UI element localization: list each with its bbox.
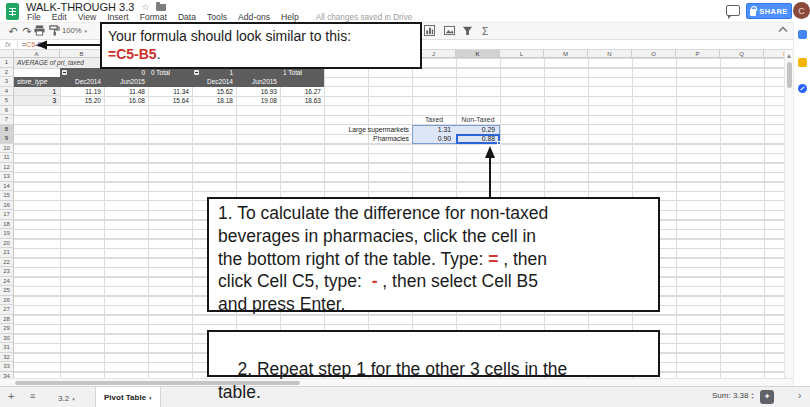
move-folder-icon[interactable] — [156, 4, 166, 11]
pivot-value-cell[interactable]: 16.93 — [239, 87, 277, 97]
row-header-27[interactable]: 27 — [0, 305, 14, 315]
row-header-6[interactable]: 6 — [0, 106, 14, 116]
active-cell-border[interactable] — [456, 134, 500, 145]
menu-data[interactable]: Data — [178, 12, 196, 22]
row-header-3[interactable]: 3 — [0, 77, 14, 87]
pivot-value-cell[interactable]: 15.20 — [63, 96, 101, 106]
row-header-18[interactable]: 18 — [0, 220, 14, 230]
share-button[interactable]: SHARE — [746, 3, 792, 19]
row-header-31[interactable]: 31 — [0, 343, 14, 353]
pivot-value-cell[interactable]: 11.48 — [107, 87, 145, 97]
menu-insert[interactable]: Insert — [107, 12, 129, 22]
sum-indicator[interactable]: Sum: 3.38 ▴▾ — [712, 391, 753, 400]
all-sheets-icon[interactable]: ≡ — [30, 391, 35, 401]
row-header-20[interactable]: 20 — [0, 239, 14, 249]
row-header-1[interactable]: 1 — [0, 58, 14, 68]
menu-edit[interactable]: Edit — [52, 12, 67, 22]
diff-value-cell[interactable]: 0.90 — [414, 134, 451, 144]
sheet-tab-pivot-table[interactable]: Pivot Table▾ — [95, 387, 161, 407]
column-header-A[interactable]: A — [14, 50, 60, 58]
explore-button[interactable]: ✦ — [760, 390, 774, 404]
avatar[interactable]: C — [793, 2, 810, 19]
row-header-29[interactable]: 29 — [0, 324, 14, 334]
calendar-icon[interactable] — [798, 30, 807, 39]
row-header-28[interactable]: 28 — [0, 315, 14, 325]
column-header-P[interactable]: P — [676, 50, 720, 58]
column-header-O[interactable]: O — [632, 50, 676, 58]
tasks-icon[interactable] — [798, 84, 807, 93]
panel-chevron-icon[interactable]: › — [798, 390, 801, 401]
menu-help[interactable]: Help — [281, 12, 299, 22]
column-header-K[interactable]: K — [456, 50, 500, 58]
row-header-16[interactable]: 16 — [0, 201, 14, 211]
zoom-select[interactable]: 100% ▾ — [62, 26, 87, 35]
column-header-L[interactable]: L — [500, 50, 544, 58]
row-header-14[interactable]: 14 — [0, 182, 14, 192]
undo-icon[interactable]: ↶ — [6, 25, 20, 38]
row-header-25[interactable]: 25 — [0, 286, 14, 296]
row-header-13[interactable]: 13 — [0, 172, 14, 182]
menu-tools[interactable]: Tools — [207, 12, 227, 22]
row-header-23[interactable]: 23 — [0, 267, 14, 277]
pivot-rowkey-cell[interactable]: 1 — [14, 87, 60, 97]
row-header-17[interactable]: 17 — [0, 210, 14, 220]
insert-image-icon[interactable] — [444, 25, 458, 38]
pivot-value-cell[interactable]: 16.08 — [107, 96, 145, 106]
menu-format[interactable]: Format — [140, 12, 167, 22]
comments-icon[interactable] — [726, 5, 740, 16]
pivot-value-cell[interactable]: 19.08 — [239, 96, 277, 106]
row-header-15[interactable]: 15 — [0, 191, 14, 201]
vertical-scrollbar[interactable] — [784, 50, 793, 379]
toolbar-collapse-icon[interactable] — [778, 26, 788, 33]
row-header-32[interactable]: 32 — [0, 353, 14, 363]
formula-input[interactable]: =C5-B5 — [22, 40, 46, 50]
filter-icon[interactable] — [462, 25, 476, 38]
row-header-2[interactable]: 2 — [0, 68, 14, 78]
column-header-Q[interactable]: Q — [720, 50, 764, 58]
row-header-26[interactable]: 26 — [0, 296, 14, 306]
menu-file[interactable]: File — [27, 12, 41, 22]
sheet-tab-3-2[interactable]: 3.2▾ — [50, 389, 83, 407]
diff-value-cell[interactable]: 1.31 — [414, 125, 451, 135]
star-icon[interactable]: ☆ — [141, 2, 149, 12]
row-header-33[interactable]: 33 — [0, 362, 14, 372]
paint-format-icon[interactable] — [49, 25, 63, 38]
pivot-value-cell[interactable]: 18.63 — [283, 96, 321, 106]
fill-handle[interactable] — [497, 141, 501, 145]
menu-addons[interactable]: Add-ons — [238, 12, 270, 22]
column-header-B[interactable]: B — [60, 50, 104, 58]
saved-status[interactable]: All changes saved in Drive — [316, 13, 412, 22]
row-header-9[interactable]: 9 — [0, 134, 14, 144]
redo-icon[interactable]: ↷ — [20, 25, 34, 38]
row-header-30[interactable]: 30 — [0, 334, 14, 344]
row-header-4[interactable]: 4 — [0, 87, 14, 97]
pivot-rowkey-cell[interactable]: 3 — [14, 96, 60, 106]
sheets-logo-icon[interactable] — [6, 3, 19, 20]
pivot-value-cell[interactable]: 15.64 — [151, 96, 189, 106]
row-header-24[interactable]: 24 — [0, 277, 14, 287]
pivot-value-cell[interactable]: 11.34 — [151, 87, 189, 97]
column-header-N[interactable]: N — [588, 50, 632, 58]
column-header-M[interactable]: M — [544, 50, 588, 58]
row-header-21[interactable]: 21 — [0, 248, 14, 258]
row-header-5[interactable]: 5 — [0, 96, 14, 106]
functions-icon[interactable]: Σ — [478, 25, 492, 38]
collapse-minus-icon[interactable] — [62, 70, 67, 75]
menu-view[interactable]: View — [78, 12, 96, 22]
scroll-up-icon[interactable] — [787, 52, 791, 58]
keep-icon[interactable] — [798, 58, 807, 67]
row-header-19[interactable]: 19 — [0, 229, 14, 239]
pivot-value-cell[interactable]: 11.19 — [63, 87, 101, 97]
insert-chart-icon[interactable] — [424, 25, 438, 38]
row-header-8[interactable]: 8 — [0, 125, 14, 135]
row-header-12[interactable]: 12 — [0, 163, 14, 173]
add-sheet-button[interactable]: + — [8, 390, 14, 402]
print-icon[interactable] — [34, 25, 48, 38]
row-header-10[interactable]: 10 — [0, 144, 14, 154]
vertical-scroll-thumb[interactable] — [787, 62, 792, 88]
pivot-value-cell[interactable]: 18.18 — [195, 96, 233, 106]
pivot-value-cell[interactable]: 15.62 — [195, 87, 233, 97]
row-header-22[interactable]: 22 — [0, 258, 14, 268]
select-all-corner[interactable] — [0, 50, 14, 58]
row-header-11[interactable]: 11 — [0, 153, 14, 163]
